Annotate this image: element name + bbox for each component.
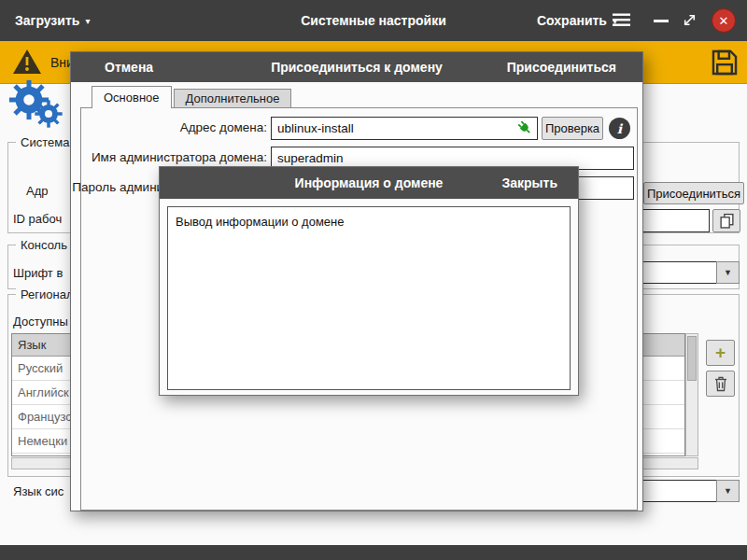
domain-address-input[interactable] [271,117,538,140]
label-available-languages: Доступны [13,315,68,329]
domain-address-label: Адрес домена: [71,120,267,134]
copy-button[interactable] [712,209,740,232]
domain-info-text: Вывод информации о домене [168,207,570,236]
connection-ok-plug-icon [516,119,533,136]
info-button[interactable]: i [609,118,630,139]
group-console-label: Консоль [16,238,72,252]
language-name: Немецки [18,434,67,448]
domain-info-dialog: Информация о домене Закрыть Вывод информ… [159,166,579,396]
tab-additional[interactable]: Дополнительное [174,89,292,108]
language-name: Русский [18,361,63,375]
label-console-font: Шрифт в [13,266,63,280]
dialog-titlebar: Отмена Присоединиться к домену Присоедин… [71,52,642,82]
domain-info-output: Вывод информации о домене [167,206,571,390]
trash-icon [713,375,728,392]
tab-basic[interactable]: Основное [92,86,172,108]
copy-icon [719,213,735,229]
group-system-label: Система [16,135,74,149]
dropdown-arrow-icon[interactable]: ▼ [716,261,740,284]
join-button[interactable]: Присоединиться [507,52,616,82]
cancel-button[interactable]: Отмена [105,52,153,82]
admin-name-label: Имя администратора домена: [71,150,267,164]
info-icon: i [617,121,622,136]
label-domain-address: Адр [26,184,49,198]
screen: Загрузить ▾ Системные настройки Сохранит… [0,0,747,560]
dropdown-arrow-icon[interactable]: ▼ [716,480,740,502]
label-workstation-id: ID рабоч [13,212,62,226]
bottom-bar [0,545,747,560]
delete-language-button[interactable] [706,371,735,397]
scrollbar-thumb[interactable] [687,336,697,381]
group-regional-label: Регионал [16,287,78,301]
dialog-titlebar: Информация о домене Закрыть [160,167,578,199]
label-system-language: Язык сис [13,484,63,498]
language-name: Французс [18,410,72,424]
vertical-scrollbar[interactable] [685,333,698,456]
language-name: Английск [18,385,69,399]
join-domain-button[interactable]: Присоединиться [643,182,744,204]
close-dialog-button[interactable]: Закрыть [501,167,557,199]
dialog-tabs: Основное Дополнительное [92,86,291,108]
add-language-button[interactable]: + [706,340,735,366]
check-button[interactable]: Проверка [542,117,603,140]
settings-gear-icon [34,99,63,129]
